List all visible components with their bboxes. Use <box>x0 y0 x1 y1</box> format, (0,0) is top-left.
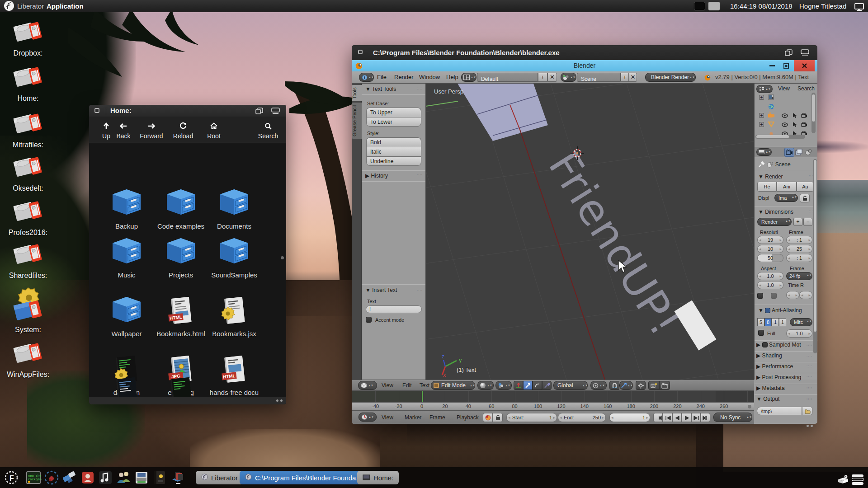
menu-liberator[interactable]: Liberator <box>17 0 44 12</box>
taskbar-button-blender[interactable]: C:\Program Files\Blender Founda... <box>240 471 367 484</box>
proportional-edit-select[interactable] <box>590 381 607 390</box>
workspace-1[interactable] <box>694 2 705 10</box>
file-item[interactable]: SoundSamples <box>208 237 260 279</box>
timeline-editor-type-button[interactable] <box>359 413 377 422</box>
menu-render[interactable]: Render <box>394 71 414 83</box>
render-preset-select[interactable]: Render <box>757 218 792 226</box>
manipulator-move-icon[interactable] <box>523 381 533 390</box>
panel-drag-dots[interactable]: :::: <box>417 287 423 291</box>
maximize-button[interactable] <box>780 60 792 71</box>
taskbar-button-home[interactable]: Home: <box>357 471 399 484</box>
desktop-icon-system[interactable]: System: <box>0 287 56 334</box>
crop-checkbox[interactable] <box>771 293 777 300</box>
panel-drag-dots[interactable]: :::: <box>417 86 423 90</box>
tab-tools[interactable]: Tools <box>352 85 362 101</box>
scanner-icon[interactable] <box>43 469 60 486</box>
3d-viewport[interactable]: FriendUP! User Persp y x <box>426 84 754 380</box>
window-clone-icon[interactable] <box>785 49 793 56</box>
outliner-vscrollbar[interactable] <box>811 93 816 133</box>
desktop-icon-home[interactable]: Home: <box>0 65 56 103</box>
outliner-row[interactable]: + <box>755 94 818 103</box>
friend-logo-icon[interactable] <box>4 1 14 11</box>
frame-end-field[interactable]: 25 <box>786 245 812 253</box>
panel-shading[interactable]: ▶ Shading:::: <box>756 352 815 359</box>
file-item[interactable]: Wallpaper <box>100 296 153 338</box>
file-item[interactable]: Code examples <box>155 188 207 230</box>
play-reverse-button[interactable] <box>672 413 682 422</box>
file-item[interactable]: Backup <box>100 188 153 230</box>
panel-post-processing[interactable]: ▶ Post Processing:::: <box>756 374 815 380</box>
toolbar-forward-button[interactable]: Forward <box>139 121 164 140</box>
panel-metadata[interactable]: ▶ Metadata:::: <box>756 385 815 391</box>
jump-start-button[interactable] <box>653 413 663 422</box>
outliner-row[interactable] <box>755 103 818 112</box>
window-icon[interactable] <box>358 50 363 54</box>
viewport-mode-icon-button[interactable] <box>358 381 377 390</box>
window-minimize-icon[interactable] <box>801 49 809 56</box>
file-item[interactable]: Bookmarks.jsx <box>208 296 260 338</box>
desktop-icon-dropbox[interactable]: Dropbox: <box>0 20 56 57</box>
tray-list-icon[interactable] <box>852 474 863 485</box>
file-item-partial[interactable] <box>100 377 153 397</box>
jump-prev-key-button[interactable] <box>663 413 672 422</box>
file-item[interactable]: HTMLhands-free document.html <box>208 355 260 397</box>
properties-scrollbar[interactable] <box>813 159 817 353</box>
underline-button[interactable]: Underline <box>366 156 421 166</box>
manipulator-translate-icon[interactable] <box>514 381 523 390</box>
file-item[interactable]: Music <box>100 237 153 279</box>
toolbar-back-button[interactable]: Back <box>111 121 136 140</box>
home-window-titlebar[interactable]: Home: <box>89 105 286 117</box>
resize-handle[interactable] <box>276 399 283 402</box>
resize-handle[interactable] <box>807 425 813 427</box>
delete-layout-button[interactable]: ✕ <box>547 73 557 82</box>
menu-window[interactable]: Window <box>419 71 440 83</box>
outliner-type-button[interactable] <box>756 85 773 93</box>
italic-button[interactable]: Italic <box>366 147 421 156</box>
taskbar-button-liberator[interactable]: Liberator <box>196 471 243 484</box>
insert-text-panel-header[interactable]: ▼ Insert Text <box>365 287 397 293</box>
desktop-icon-profes2016[interactable]: Profes2016: <box>0 199 56 237</box>
render-re-button[interactable]: Re <box>757 182 777 192</box>
toolbar-root-button[interactable]: Root <box>201 121 226 140</box>
desktop-icon-winappfiles[interactable]: WinAppFiles: <box>0 341 56 379</box>
jump-next-key-button[interactable] <box>691 413 701 422</box>
outliner-view-menu[interactable]: View <box>778 85 790 92</box>
window-clone-icon[interactable] <box>255 108 263 114</box>
snap-element-select[interactable] <box>619 381 633 390</box>
file-item-partial[interactable] <box>155 377 207 397</box>
outliner-row[interactable]: + <box>755 121 818 130</box>
full-sample-checkbox[interactable] <box>758 330 764 337</box>
time-remap-new-field[interactable] <box>799 291 812 299</box>
manipulator-rotate-icon[interactable] <box>533 381 542 390</box>
bold-button[interactable]: Bold <box>366 137 421 147</box>
add-layout-button[interactable]: + <box>538 73 547 82</box>
sync-mode-select[interactable]: No Sync <box>713 413 752 422</box>
pivot-select[interactable] <box>495 381 512 390</box>
to-lower-button[interactable]: To Lower <box>366 117 421 127</box>
fps-select[interactable]: 24 fp <box>786 272 812 280</box>
aspect-y-field[interactable]: 1.0 <box>757 281 783 289</box>
blender-app-titlebar[interactable]: Blender <box>352 60 817 71</box>
record-button[interactable] <box>483 413 493 422</box>
manipulator-scale-icon[interactable] <box>542 381 552 390</box>
keying-lock-button[interactable] <box>493 413 503 422</box>
aa-samples-8-button[interactable]: 8 <box>764 318 772 326</box>
friend-icon[interactable]: F <box>4 469 20 486</box>
to-upper-button[interactable]: To Upper <box>366 108 421 117</box>
panel-drag-dots[interactable]: :::: <box>417 173 423 177</box>
timeline-track[interactable] <box>352 391 754 402</box>
output-path-field[interactable]: /tmp\ <box>757 407 802 415</box>
file-list-scrollbar[interactable] <box>279 145 285 394</box>
window-icon[interactable] <box>94 108 99 113</box>
outliner-hscrollbar[interactable] <box>755 135 805 139</box>
time-remap-old-field[interactable] <box>786 291 799 299</box>
timeline-menu-frame[interactable]: Frame <box>429 411 445 424</box>
panel-performance[interactable]: ▶ Performance:::: <box>756 363 815 370</box>
dimensions-panel-header[interactable]: ▼ Dimensions <box>758 209 793 215</box>
toolbar-search-button[interactable]: Search <box>255 121 281 140</box>
tab-render-layers[interactable] <box>795 149 803 157</box>
tray-drive-icon[interactable] <box>836 475 850 485</box>
aa-size-field[interactable]: 1.0 <box>786 329 812 338</box>
viewport-menu-view[interactable]: View <box>382 380 393 391</box>
aa-samples-1-button[interactable]: 1 <box>779 318 786 326</box>
